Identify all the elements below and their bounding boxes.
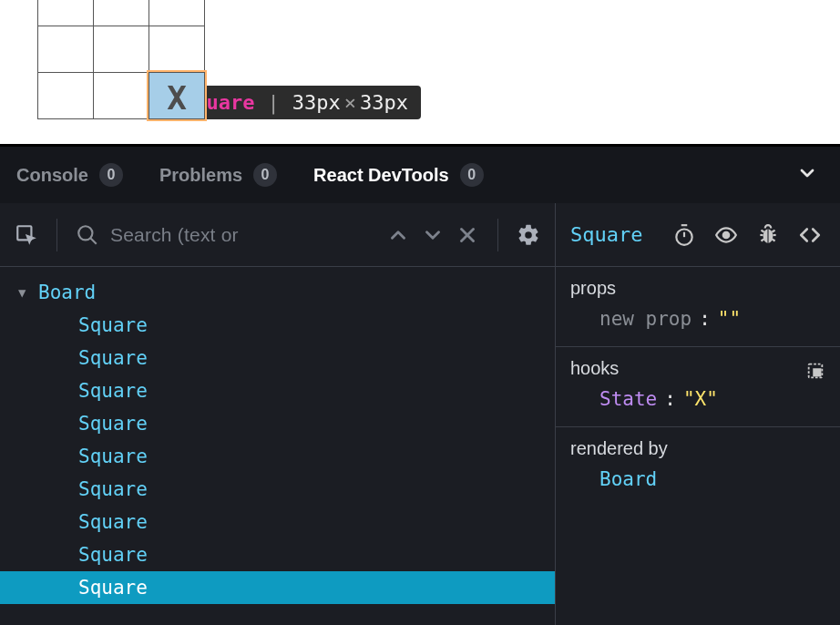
- props-key: new prop: [599, 308, 691, 330]
- tab-react-devtools[interactable]: React DevTools 0: [313, 158, 484, 192]
- search-clear-icon[interactable]: [452, 220, 483, 251]
- details-selected-name: Square: [570, 223, 642, 246]
- tree-row-child[interactable]: Square: [0, 342, 555, 374]
- hooks-key: State: [599, 388, 657, 410]
- inspect-element-icon[interactable]: [11, 220, 42, 251]
- search-input[interactable]: [110, 224, 374, 246]
- props-value: "": [718, 308, 741, 330]
- tooltip-width: 33px: [292, 91, 341, 114]
- tab-problems-count: 0: [253, 163, 277, 187]
- tree-node-name: Square: [78, 446, 148, 467]
- board-cell[interactable]: [37, 72, 94, 119]
- board-cell[interactable]: [37, 0, 94, 26]
- component-tree-pane: ▼BoardSquareSquareSquareSquareSquareSqua…: [0, 203, 556, 625]
- tree-node-name: Board: [38, 282, 96, 303]
- details-hooks-title: hooks: [570, 358, 619, 379]
- svg-line-14: [772, 230, 774, 231]
- svg-line-2: [90, 238, 97, 244]
- tree-node-name: Square: [78, 347, 148, 369]
- tab-console[interactable]: Console 0: [16, 158, 123, 192]
- tree-toolbar: [0, 203, 555, 267]
- suspend-stopwatch-icon[interactable]: [669, 220, 700, 251]
- tree-node-name: Square: [78, 511, 148, 533]
- tree-node-name: Square: [78, 478, 148, 500]
- disclosure-triangle-icon[interactable]: ▼: [18, 285, 33, 300]
- devtools-tabs: Console 0 Problems 0 React DevTools 0: [0, 147, 840, 203]
- details-rendered-section: rendered by Board: [556, 427, 840, 507]
- details-props-section: props new prop : "": [556, 267, 840, 347]
- rendered-by-link[interactable]: Board: [570, 468, 825, 490]
- board-cell[interactable]: [149, 0, 205, 26]
- tree-node-name: Square: [78, 544, 148, 566]
- details-header: Square: [556, 203, 840, 267]
- tree-row-root[interactable]: ▼Board: [0, 276, 555, 309]
- tree-node-name: Square: [78, 413, 148, 435]
- tab-problems-label: Problems: [159, 165, 242, 186]
- hooks-toggle-icon[interactable]: [805, 361, 825, 385]
- board-cell[interactable]: [93, 26, 149, 73]
- tooltip-dimensions: 33px×33px: [292, 91, 408, 114]
- svg-line-13: [761, 230, 763, 231]
- svg-rect-18: [813, 368, 821, 376]
- tab-react-label: React DevTools: [313, 165, 449, 186]
- tree-row-child[interactable]: Square: [0, 506, 555, 538]
- details-hooks-section: hooks State: "X": [556, 347, 840, 427]
- hooks-entry[interactable]: State: "X": [570, 388, 825, 410]
- svg-line-15: [761, 239, 763, 241]
- tab-console-label: Console: [16, 165, 88, 186]
- details-props-title: props: [570, 278, 825, 299]
- inspector-tooltip: Square | 33px×33px: [169, 86, 421, 119]
- tree-row-child[interactable]: Square: [0, 571, 555, 604]
- tab-react-count: 0: [460, 163, 484, 187]
- board-cell[interactable]: [37, 26, 94, 73]
- svg-point-5: [676, 229, 691, 244]
- tooltip-height: 33px: [360, 91, 408, 114]
- inspect-dom-eye-icon[interactable]: [711, 220, 742, 251]
- devtools-panel: Console 0 Problems 0 React DevTools 0: [0, 144, 840, 625]
- svg-point-8: [723, 231, 730, 238]
- board-cell[interactable]: [93, 72, 149, 119]
- props-entry[interactable]: new prop : "": [570, 308, 825, 330]
- tabs-overflow-chevron-icon[interactable]: [791, 159, 824, 192]
- component-tree[interactable]: ▼BoardSquareSquareSquareSquareSquareSqua…: [0, 267, 555, 625]
- tree-row-child[interactable]: Square: [0, 440, 555, 473]
- board-cell[interactable]: [93, 0, 149, 26]
- hooks-value: "X": [683, 388, 718, 410]
- tooltip-divider: |: [267, 91, 279, 114]
- tree-row-child[interactable]: Square: [0, 309, 555, 342]
- svg-line-16: [772, 239, 774, 241]
- debug-bug-icon[interactable]: [753, 220, 784, 251]
- tictactoe-board: X: [38, 0, 205, 119]
- board-cell[interactable]: [149, 26, 205, 73]
- app-preview: X Square | 33px×33px: [0, 0, 840, 144]
- view-source-icon[interactable]: [794, 220, 825, 251]
- settings-gear-icon[interactable]: [513, 220, 544, 251]
- tab-console-count: 0: [99, 163, 123, 187]
- tree-node-name: Square: [78, 380, 148, 402]
- tree-row-child[interactable]: Square: [0, 538, 555, 571]
- search-prev-icon[interactable]: [383, 220, 414, 251]
- tree-row-child[interactable]: Square: [0, 473, 555, 506]
- tree-node-name: Square: [78, 577, 148, 599]
- tree-row-child[interactable]: Square: [0, 407, 555, 440]
- tab-problems[interactable]: Problems 0: [159, 158, 277, 192]
- board-cell-selected[interactable]: X: [149, 72, 205, 119]
- search-next-icon[interactable]: [417, 220, 448, 251]
- tree-search: [72, 220, 374, 251]
- tree-row-child[interactable]: Square: [0, 374, 555, 407]
- details-rendered-title: rendered by: [570, 438, 825, 459]
- search-icon: [72, 220, 103, 251]
- component-details-pane: Square props new prop :: [556, 203, 840, 625]
- svg-point-1: [78, 226, 92, 240]
- tree-node-name: Square: [78, 314, 148, 336]
- cell-value: X: [167, 76, 187, 117]
